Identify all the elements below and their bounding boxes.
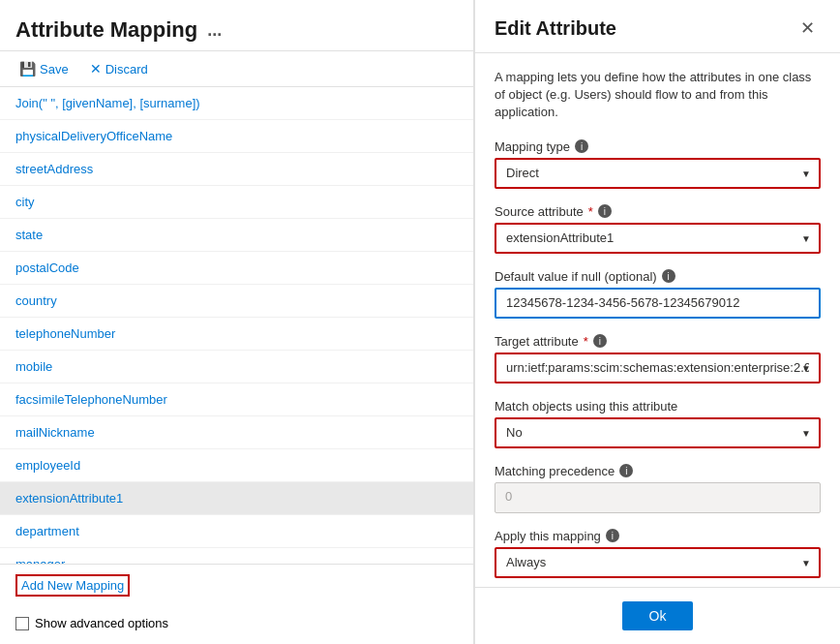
save-button[interactable]: 💾 Save bbox=[15, 59, 73, 78]
matching-precedence-info-icon: i bbox=[619, 464, 633, 477]
default-value-input[interactable] bbox=[495, 288, 821, 319]
mapping-type-label: Mapping type i bbox=[495, 139, 821, 154]
ok-button[interactable]: Ok bbox=[622, 601, 694, 630]
apply-mapping-select[interactable]: Always Only during object creation Only … bbox=[495, 547, 821, 578]
target-attribute-label: Target attribute * i bbox=[495, 334, 821, 349]
source-attribute-group: Source attribute * i extensionAttribute1… bbox=[495, 204, 821, 254]
match-objects-select-wrapper: No Yes ▼ bbox=[495, 417, 821, 448]
add-mapping-section: Add New Mapping bbox=[0, 564, 473, 606]
default-value-group: Default value if null (optional) i bbox=[495, 269, 821, 319]
source-attribute-select-wrapper: extensionAttribute1 ▼ bbox=[495, 223, 821, 254]
default-value-info-icon: i bbox=[662, 269, 675, 283]
target-attribute-group: Target attribute * i urn:ietf:params:sci… bbox=[495, 334, 821, 383]
apply-mapping-label: Apply this mapping i bbox=[495, 529, 821, 543]
list-item[interactable]: Join(" ", [givenName], [surname]) bbox=[0, 87, 473, 120]
source-attribute-info-icon: i bbox=[598, 204, 612, 218]
apply-mapping-select-wrapper: Always Only during object creation Only … bbox=[495, 547, 821, 578]
list-item[interactable]: telephoneNumber bbox=[0, 318, 473, 351]
list-item[interactable]: facsimileTelephoneNumber bbox=[0, 383, 473, 416]
show-advanced-label: Show advanced options bbox=[35, 616, 168, 630]
attribute-mapping-title: Attribute Mapping bbox=[15, 17, 197, 43]
list-item[interactable]: postalCode bbox=[0, 252, 473, 285]
close-button[interactable]: ✕ bbox=[795, 15, 821, 41]
match-objects-label: Match objects using this attribute bbox=[495, 399, 821, 414]
save-icon: 💾 bbox=[19, 61, 36, 77]
show-advanced-section: Show advanced options bbox=[0, 606, 473, 644]
mapping-type-select[interactable]: Direct Constant Expression bbox=[495, 158, 821, 189]
target-attribute-select[interactable]: urn:ietf:params:scim:schemas:extension:e… bbox=[495, 353, 821, 383]
apply-mapping-info-icon: i bbox=[606, 529, 619, 542]
target-attribute-info-icon: i bbox=[593, 334, 607, 348]
apply-mapping-group: Apply this mapping i Always Only during … bbox=[495, 529, 821, 578]
list-item[interactable]: city bbox=[0, 186, 473, 219]
source-attribute-select[interactable]: extensionAttribute1 bbox=[495, 223, 821, 254]
edit-attribute-title: Edit Attribute bbox=[495, 17, 616, 40]
description-text: A mapping lets you define how the attrib… bbox=[495, 69, 821, 122]
show-advanced-checkbox[interactable] bbox=[15, 617, 29, 630]
right-footer: Ok bbox=[475, 587, 840, 644]
matching-precedence-label: Matching precedence i bbox=[495, 464, 821, 478]
list-item[interactable]: employeeId bbox=[0, 449, 473, 482]
matching-precedence-value: 0 bbox=[495, 482, 821, 513]
list-item[interactable]: country bbox=[0, 285, 473, 318]
list-item[interactable]: extensionAttribute1 bbox=[0, 482, 473, 515]
ellipsis-icon[interactable]: ... bbox=[207, 20, 222, 41]
source-attribute-label: Source attribute * i bbox=[495, 204, 821, 219]
discard-icon: ✕ bbox=[90, 61, 102, 77]
toolbar: 💾 Save ✕ Discard bbox=[0, 51, 473, 87]
default-value-label: Default value if null (optional) i bbox=[495, 269, 821, 284]
list-item[interactable]: mobile bbox=[0, 351, 473, 383]
match-objects-group: Match objects using this attribute No Ye… bbox=[495, 399, 821, 448]
left-header: Attribute Mapping ... bbox=[0, 0, 473, 51]
left-panel: Attribute Mapping ... 💾 Save ✕ Discard J… bbox=[0, 0, 474, 644]
list-item[interactable]: state bbox=[0, 219, 473, 252]
match-objects-select[interactable]: No Yes bbox=[495, 417, 821, 448]
mapping-type-info-icon: i bbox=[575, 139, 588, 153]
list-item[interactable]: department bbox=[0, 515, 473, 548]
target-attribute-select-wrapper: urn:ietf:params:scim:schemas:extension:e… bbox=[495, 353, 821, 383]
right-body: A mapping lets you define how the attrib… bbox=[475, 53, 840, 587]
list-item[interactable]: mailNickname bbox=[0, 416, 473, 449]
right-header: Edit Attribute ✕ bbox=[475, 0, 840, 53]
matching-precedence-group: Matching precedence i 0 bbox=[495, 464, 821, 513]
mapping-type-select-wrapper: Direct Constant Expression ▼ bbox=[495, 158, 821, 189]
add-new-mapping-button[interactable]: Add New Mapping bbox=[15, 574, 130, 597]
mapping-list: Join(" ", [givenName], [surname])physica… bbox=[0, 87, 473, 564]
discard-button[interactable]: ✕ Discard bbox=[86, 59, 152, 78]
list-item[interactable]: streetAddress bbox=[0, 153, 473, 186]
right-panel: Edit Attribute ✕ A mapping lets you defi… bbox=[474, 0, 840, 644]
mapping-type-group: Mapping type i Direct Constant Expressio… bbox=[495, 139, 821, 189]
list-item[interactable]: manager bbox=[0, 548, 473, 564]
list-item[interactable]: physicalDeliveryOfficeName bbox=[0, 120, 473, 153]
page-title: Attribute Mapping ... bbox=[15, 17, 458, 43]
